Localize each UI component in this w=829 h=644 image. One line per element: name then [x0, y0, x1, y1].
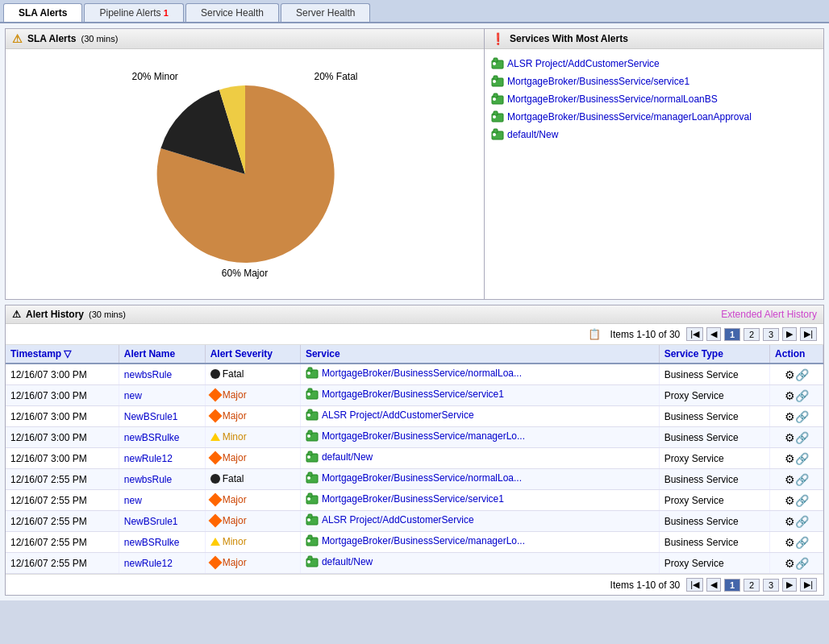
col-service-type-label: Service Type [664, 348, 723, 359]
svc-row-icon[interactable]: MortgageBroker/BusinessService/normalLoa… [306, 472, 522, 484]
svc-row-name: ALSR Project/AddCustomerService [322, 409, 474, 421]
cell-service[interactable]: default/New [300, 553, 659, 574]
tab-server-health[interactable]: Server Health [281, 3, 370, 22]
cell-action[interactable]: ⚙🔗 [770, 364, 823, 385]
tab-sla-alerts[interactable]: SLA Alerts [3, 3, 82, 22]
tab-pipeline-alerts[interactable]: Pipeline Alerts 1 [84, 3, 184, 22]
cell-service[interactable]: MortgageBroker/BusinessService/normalLoa… [300, 469, 659, 490]
pag-page-1-btn-bottom[interactable]: 1 [724, 579, 740, 592]
services-list: ALSR Project/AddCustomerService Mortgage… [485, 49, 823, 154]
major-icon [208, 451, 222, 464]
service-link-1[interactable]: MortgageBroker/BusinessService/service1 [491, 75, 817, 88]
row-svc-icon [306, 451, 319, 463]
cell-service[interactable]: ALSR Project/AddCustomerService [300, 406, 659, 427]
action-button[interactable]: ⚙🔗 [785, 557, 809, 570]
cell-alert-name[interactable]: newbsRule [119, 469, 205, 490]
action-button[interactable]: ⚙🔗 [785, 410, 809, 423]
svc-row-icon[interactable]: MortgageBroker/BusinessService/managerLo… [306, 430, 525, 442]
cell-alert-name[interactable]: NewBSrule1 [119, 406, 205, 427]
pipeline-alerts-badge: 1 [164, 8, 169, 18]
col-timestamp-label: Timestamp [10, 348, 61, 359]
svc-row-icon[interactable]: default/New [306, 451, 373, 463]
pag-prev-btn-bottom[interactable]: ◀ [706, 578, 721, 592]
svc-row-icon[interactable]: default/New [306, 555, 373, 568]
action-button[interactable]: ⚙🔗 [785, 431, 809, 444]
cell-action[interactable]: ⚙🔗 [770, 532, 823, 553]
top-section: ⚠ SLA Alerts (30 mins) 20% Minor 20% Fat… [5, 28, 824, 300]
pag-page-3-btn-top[interactable]: 3 [763, 328, 779, 341]
svg-point-41 [307, 539, 310, 542]
pag-next-btn-top[interactable]: ▶ [782, 327, 797, 341]
svc-row-icon[interactable]: MortgageBroker/BusinessService/service1 [306, 388, 504, 401]
col-alert-severity[interactable]: Alert Severity [205, 345, 300, 364]
cell-service[interactable]: ALSR Project/AddCustomerService [300, 511, 659, 532]
action-button[interactable]: ⚙🔗 [785, 368, 809, 381]
pag-prev-btn-top[interactable]: ◀ [706, 327, 721, 341]
cell-alert-name[interactable]: newRule12 [119, 553, 205, 574]
col-alert-name[interactable]: Alert Name [119, 345, 205, 364]
action-button[interactable]: ⚙🔗 [785, 515, 809, 528]
cell-service[interactable]: MortgageBroker/BusinessService/normalLoa… [300, 364, 659, 385]
col-service[interactable]: Service [300, 345, 659, 364]
action-button[interactable]: ⚙🔗 [785, 536, 809, 549]
cell-action[interactable]: ⚙🔗 [770, 406, 823, 427]
svc-row-icon[interactable]: ALSR Project/AddCustomerService [306, 513, 474, 526]
svg-rect-22 [308, 409, 312, 413]
cell-alert-name[interactable]: NewBSrule1 [119, 511, 205, 532]
service-link-2[interactable]: MortgageBroker/BusinessService/normalLoa… [491, 93, 817, 106]
cell-service[interactable]: MortgageBroker/BusinessService/service1 [300, 490, 659, 511]
pag-last-btn-top[interactable]: ▶| [800, 327, 817, 341]
pag-page-3-btn-bottom[interactable]: 3 [763, 579, 779, 592]
cell-action[interactable]: ⚙🔗 [770, 553, 823, 574]
action-button[interactable]: ⚙🔗 [785, 494, 809, 507]
svc-row-icon[interactable]: MortgageBroker/BusinessService/managerLo… [306, 534, 525, 547]
service-name-3: MortgageBroker/BusinessService/managerLo… [507, 111, 752, 123]
cell-alert-name[interactable]: newRule12 [119, 448, 205, 469]
service-link-3[interactable]: MortgageBroker/BusinessService/managerLo… [491, 110, 817, 123]
cell-alert-name[interactable]: newBSRulke [119, 532, 205, 553]
svc-row-icon[interactable]: ALSR Project/AddCustomerService [306, 409, 474, 422]
svc-row-icon[interactable]: MortgageBroker/BusinessService/normalLoa… [306, 367, 522, 380]
pagination-info-top: Items 1-10 of 30 [610, 329, 681, 340]
cell-action[interactable]: ⚙🔗 [770, 385, 823, 406]
cell-alert-name[interactable]: new [119, 490, 205, 511]
col-service-type[interactable]: Service Type [659, 345, 769, 364]
alert-history-section: ⚠ Alert History (30 mins) Extended Alert… [5, 305, 824, 596]
cell-action[interactable]: ⚙🔗 [770, 511, 823, 532]
cell-action[interactable]: ⚙🔗 [770, 427, 823, 448]
cell-action[interactable]: ⚙🔗 [770, 490, 823, 511]
cell-service[interactable]: default/New [300, 448, 659, 469]
tab-service-health[interactable]: Service Health [185, 3, 279, 22]
severity-minor: Minor [210, 431, 247, 442]
cell-action[interactable]: ⚙🔗 [770, 448, 823, 469]
cell-alert-name[interactable]: newbsRule [119, 364, 205, 385]
cell-action[interactable]: ⚙🔗 [770, 469, 823, 490]
pag-next-btn-bottom[interactable]: ▶ [782, 578, 797, 592]
action-button[interactable]: ⚙🔗 [785, 452, 809, 465]
cell-service[interactable]: MortgageBroker/BusinessService/service1 [300, 385, 659, 406]
action-button[interactable]: ⚙🔗 [785, 389, 809, 402]
service-link-0[interactable]: ALSR Project/AddCustomerService [491, 57, 817, 70]
pag-first-btn-bottom[interactable]: |◀ [686, 578, 703, 592]
col-timestamp[interactable]: Timestamp ▽ [6, 345, 119, 364]
pag-page-2-btn-bottom[interactable]: 2 [744, 579, 760, 592]
table-row: 12/16/07 2:55 PM NewBSrule1 Major ALSR P… [6, 511, 823, 532]
extended-alert-history-link[interactable]: Extended Alert History [721, 309, 817, 320]
cell-service[interactable]: MortgageBroker/BusinessService/managerLo… [300, 427, 659, 448]
svc-row-icon[interactable]: MortgageBroker/BusinessService/service1 [306, 492, 504, 505]
pag-page-1-btn-top[interactable]: 1 [724, 328, 740, 341]
service-icon-0 [491, 57, 504, 70]
cell-alert-name[interactable]: new [119, 385, 205, 406]
svc-row-name: MortgageBroker/BusinessService/managerLo… [322, 535, 525, 546]
pag-first-btn-top[interactable]: |◀ [686, 327, 703, 341]
pag-page-2-btn-top[interactable]: 2 [744, 328, 760, 341]
cell-alert-name[interactable]: newBSRulke [119, 427, 205, 448]
row-svc-icon [306, 409, 319, 422]
action-button[interactable]: ⚙🔗 [785, 473, 809, 486]
service-link-4[interactable]: default/New [491, 128, 817, 141]
minor-icon [210, 538, 220, 546]
pag-last-btn-bottom[interactable]: ▶| [800, 578, 817, 592]
severity-fatal: Fatal [210, 473, 244, 484]
table-row: 12/16/07 3:00 PM NewBSrule1 Major ALSR P… [6, 406, 823, 427]
cell-service[interactable]: MortgageBroker/BusinessService/managerLo… [300, 532, 659, 553]
